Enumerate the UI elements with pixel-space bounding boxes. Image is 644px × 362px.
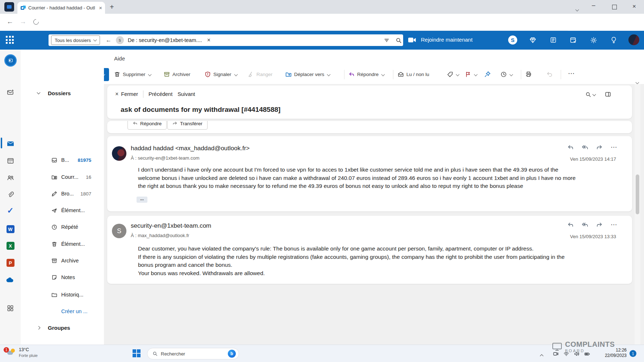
rail-people-icon[interactable] (0, 172, 21, 184)
folder-item-sent[interactable]: Élément... (21, 203, 104, 218)
search-icon[interactable] (396, 37, 402, 43)
rail-more-apps-icon[interactable] (0, 302, 21, 314)
outlook-header: Tous les dossiers ← s De : security-en@1… (0, 31, 644, 50)
forward-pill-button[interactable]: Transférer (167, 121, 208, 130)
categorize-button[interactable] (447, 71, 459, 77)
folder-item-history[interactable]: Historiq... (21, 287, 104, 302)
forward-icon[interactable] (596, 144, 603, 151)
search-scope-dropdown[interactable]: Tous les dossiers (51, 35, 100, 45)
meet-camera-icon[interactable] (408, 37, 416, 43)
tips-lightbulb-icon[interactable] (610, 37, 617, 43)
window-maximize-button[interactable] (612, 5, 617, 9)
search-filter-icon[interactable] (384, 37, 390, 43)
skype-icon[interactable]: S (508, 35, 517, 45)
flag-button[interactable] (465, 71, 477, 77)
archive-box-icon (51, 258, 57, 264)
app-launcher-icon[interactable] (6, 36, 14, 44)
rail-calendar-icon[interactable] (0, 155, 21, 167)
reply-button[interactable]: Répondre (348, 71, 384, 77)
rail-attachments-icon[interactable] (0, 189, 21, 201)
reply-pill-button[interactable]: Répondre (127, 121, 167, 130)
more-actions-button[interactable]: ⋯ (568, 69, 575, 77)
tray-chevron-up-icon[interactable] (540, 352, 543, 359)
folder-item-scheduled[interactable]: Répété (21, 220, 104, 234)
folder-item-junk[interactable]: Courr... 16 (21, 170, 104, 184)
groups-section-header[interactable]: Groupes (21, 320, 104, 335)
folder-item-notes[interactable]: Notes (21, 270, 104, 285)
reading-pane-layout-icon[interactable] (605, 91, 611, 97)
search-query-text[interactable]: De : security-en@1xbet-team.... (128, 37, 202, 43)
deleted-trash-icon (51, 241, 57, 247)
browser-tab[interactable]: Courrier - haddad haddad - Outl × (17, 2, 105, 14)
rail-onedrive-icon[interactable] (0, 273, 21, 286)
tab-aide[interactable]: Aide (114, 55, 125, 62)
back-button[interactable]: ← (7, 18, 13, 25)
create-folder-link[interactable]: Créer un ... (21, 304, 104, 319)
window-minimize-button[interactable]: – (592, 2, 595, 9)
reload-button[interactable] (32, 18, 40, 26)
window-close-button[interactable]: × (632, 3, 636, 10)
sweep-button-disabled[interactable]: Ranger (248, 71, 272, 77)
more-options-icon[interactable]: ⋯ (611, 223, 617, 227)
reply-icon[interactable] (567, 222, 574, 228)
taskbar-search-box[interactable]: Rechercher b (147, 348, 239, 359)
feed-icon[interactable] (550, 37, 557, 43)
folder-item-archive[interactable]: Archive (21, 253, 104, 268)
zoom-button[interactable] (585, 92, 595, 97)
pin-button[interactable] (484, 71, 491, 77)
folder-item-drafts[interactable]: Bro... 1807 (21, 186, 104, 201)
rail-new-mail-icon[interactable] (0, 86, 21, 98)
folder-item-deleted[interactable]: Élément... (21, 237, 104, 251)
rail-excel-icon[interactable]: X (0, 240, 21, 252)
print-button[interactable] (525, 71, 532, 77)
rail-outlook-badge[interactable] (0, 54, 21, 67)
search-back-icon[interactable]: ← (106, 37, 112, 43)
reply-all-icon[interactable] (582, 144, 588, 151)
message-header-card: × Fermer Précédent Suivant ask of docume… (107, 85, 632, 119)
search-bar[interactable]: Tous les dossiers ← s De : security-en@1… (49, 34, 403, 46)
settings-gear-icon[interactable] (590, 37, 597, 44)
scrollbar-track[interactable] (635, 84, 640, 345)
chevron-down-icon (37, 91, 41, 94)
notification-badge[interactable]: 1 (630, 350, 636, 357)
previous-button[interactable]: Précédent (149, 91, 172, 97)
forward-button[interactable]: → (20, 18, 26, 25)
weather-widget-icon[interactable]: 1 (4, 347, 17, 360)
reply-icon[interactable] (567, 144, 574, 151)
snooze-button[interactable] (501, 71, 513, 77)
weather-desc[interactable]: Forte pluie (19, 353, 38, 358)
tab-close-icon[interactable]: × (99, 5, 102, 11)
search-clear-icon[interactable]: × (207, 37, 210, 43)
folders-section-header[interactable]: Dossiers (21, 86, 104, 100)
rail-todo-icon[interactable]: ✓ (0, 205, 21, 217)
rail-powerpoint-icon[interactable]: P (0, 257, 21, 269)
account-avatar[interactable] (628, 34, 639, 45)
start-button[interactable] (133, 349, 141, 357)
rail-mail-icon[interactable] (0, 138, 21, 150)
undo-button-disabled[interactable] (546, 71, 553, 77)
more-options-icon[interactable]: ⋯ (611, 146, 617, 149)
premium-diamond-icon[interactable] (529, 37, 536, 44)
new-tab-button[interactable]: + (110, 3, 114, 11)
close-message-button[interactable]: × Fermer (115, 91, 138, 97)
read-unread-button[interactable]: Lu / non lu (398, 71, 429, 77)
folder-icon (51, 292, 57, 298)
scrollbar-thumb[interactable] (636, 174, 639, 214)
tab-search-icon[interactable] (576, 6, 578, 12)
delete-button[interactable]: Supprimer (114, 71, 151, 77)
my-day-calendar-icon[interactable] (570, 37, 577, 44)
join-now-link[interactable]: Rejoindre maintenant (421, 37, 473, 43)
report-button[interactable]: Signaler (205, 71, 237, 77)
sender-avatar-initial[interactable]: S (112, 224, 126, 238)
archive-button[interactable]: Archiver (164, 71, 191, 77)
next-button[interactable]: Suivant (177, 91, 195, 97)
sender-avatar-photo[interactable] (112, 146, 126, 161)
reply-arrow-icon (133, 121, 138, 126)
move-to-button[interactable]: Déplacer vers (285, 71, 330, 77)
forward-icon[interactable] (596, 222, 603, 228)
show-more-button[interactable]: ... (137, 197, 147, 203)
reply-all-icon[interactable] (582, 222, 588, 228)
rail-word-icon[interactable]: W (0, 223, 21, 235)
folder-item-inbox[interactable]: B... 81975 (21, 153, 104, 167)
weather-temp[interactable]: 13°C (19, 347, 29, 352)
